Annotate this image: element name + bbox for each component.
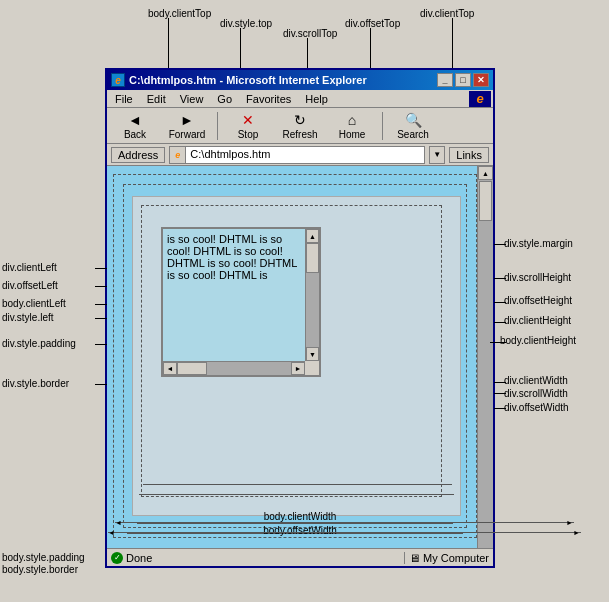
refresh-button[interactable]: ↻ Refresh — [276, 110, 324, 142]
rline-1 — [494, 244, 506, 245]
status-done: ✓ Done — [111, 552, 152, 564]
inner-hline-1 — [143, 484, 452, 485]
close-button[interactable]: ✕ — [473, 73, 489, 87]
rline-3 — [494, 302, 506, 303]
content-hline-1 — [137, 523, 453, 524]
stop-icon: ✕ — [242, 112, 254, 128]
rline-7 — [494, 393, 506, 394]
bline-client-width — [115, 522, 574, 523]
label-body-client-left: body.clientLeft — [2, 298, 66, 309]
arrow-ow-right: ► — [573, 529, 580, 536]
label-body-style-border: body.style.border — [2, 564, 78, 575]
rline-5 — [490, 342, 506, 343]
title-bar-buttons: _ □ ✕ — [437, 73, 489, 87]
back-button[interactable]: ◄ Back — [111, 110, 159, 142]
address-dropdown[interactable]: ▼ — [429, 146, 445, 164]
back-label: Back — [124, 129, 146, 140]
scroll-corner — [305, 361, 319, 375]
label-div-style-border: div.style.border — [2, 378, 69, 389]
menu-edit[interactable]: Edit — [141, 92, 172, 106]
forward-icon: ► — [180, 112, 194, 128]
label-div-scroll-width: div.scrollWidth — [504, 388, 568, 399]
main-vscrollbar[interactable]: ▲ ▼ — [477, 166, 493, 566]
lline-6 — [95, 384, 107, 385]
lline-1 — [95, 268, 107, 269]
address-label: Address — [111, 147, 165, 163]
forward-button[interactable]: ► Forward — [163, 110, 211, 142]
label-div-offset-left: div.offsetLeft — [2, 280, 58, 291]
rline-2 — [494, 278, 506, 279]
menu-view[interactable]: View — [174, 92, 210, 106]
menu-go[interactable]: Go — [211, 92, 238, 106]
menu-help[interactable]: Help — [299, 92, 334, 106]
toolbar-separator-2 — [382, 112, 383, 140]
margin-area: is so cool! DHTML is so cool! DHTML is s… — [132, 196, 461, 516]
main-scroll-thumb[interactable] — [479, 181, 492, 221]
scroll-div[interactable]: is so cool! DHTML is so cool! DHTML is s… — [161, 227, 321, 377]
search-button[interactable]: 🔍 Search — [389, 110, 437, 142]
stop-button[interactable]: ✕ Stop — [224, 110, 272, 142]
label-div-style-padding: div.style.padding — [2, 338, 76, 349]
scroll-up-arrow[interactable]: ▲ — [306, 229, 319, 243]
lline-3 — [95, 304, 107, 305]
status-computer: 🖥 My Computer — [404, 552, 489, 564]
stop-label: Stop — [238, 129, 259, 140]
label-div-offset-height: div.offsetHeight — [504, 295, 572, 306]
label-div-style-top: div.style.top — [220, 18, 272, 29]
links-button[interactable]: Links — [449, 147, 489, 163]
address-bar: Address e C:\dhtmlpos.htm ▼ Links — [107, 144, 493, 166]
label-div-client-height: div.clientHeight — [504, 315, 571, 326]
label-div-style-left: div.style.left — [2, 312, 54, 323]
scroll-content: is so cool! DHTML is so cool! DHTML is s… — [163, 229, 305, 285]
address-field[interactable]: e C:\dhtmlpos.htm — [169, 146, 425, 164]
bline-offset-width — [108, 532, 581, 533]
title-bar: e C:\dhtmlpos.htm - Microsoft Internet E… — [107, 70, 493, 90]
scroll-hbar[interactable]: ◄ ► — [163, 361, 305, 375]
done-icon: ✓ — [111, 552, 123, 564]
address-page-icon: e — [170, 147, 186, 163]
maximize-button[interactable]: □ — [455, 73, 471, 87]
inner-hline-2 — [139, 494, 454, 495]
home-button[interactable]: ⌂ Home — [328, 110, 376, 142]
rline-4 — [494, 322, 506, 323]
label-div-client-left: div.clientLeft — [2, 262, 57, 273]
search-label: Search — [397, 129, 429, 140]
arrow-cw-left: ◄ — [115, 519, 122, 526]
body-client-width-label: body.clientWidth — [264, 511, 337, 522]
title-bar-text: C:\dhtmlpos.htm - Microsoft Internet Exp… — [129, 74, 437, 86]
scroll-down-arrow[interactable]: ▼ — [306, 347, 319, 361]
rline-6 — [494, 382, 506, 383]
label-div-offset-top: div.offsetTop — [345, 18, 400, 29]
scroll-right-arrow[interactable]: ► — [291, 362, 305, 375]
scroll-vbar[interactable]: ▲ ▼ — [305, 229, 319, 361]
scroll-left-arrow[interactable]: ◄ — [163, 362, 177, 375]
menu-file[interactable]: File — [109, 92, 139, 106]
scroll-thumb[interactable] — [306, 243, 319, 273]
ie-logo: e — [469, 91, 491, 107]
label-div-style-margin: div.style.margin — [504, 238, 573, 249]
label-body-style-padding: body.style.padding — [2, 552, 85, 563]
scroll-track — [306, 243, 319, 347]
minimize-button[interactable]: _ — [437, 73, 453, 87]
label-div-scroll-top: div.scrollTop — [283, 28, 337, 39]
address-value: C:\dhtmlpos.htm — [186, 147, 274, 163]
toolbar-separator-1 — [217, 112, 218, 140]
scroll-hthumb[interactable] — [177, 362, 207, 375]
browser-window: e C:\dhtmlpos.htm - Microsoft Internet E… — [105, 68, 495, 568]
refresh-label: Refresh — [282, 129, 317, 140]
scroll-htrack — [177, 362, 291, 375]
back-icon: ◄ — [128, 112, 142, 128]
refresh-icon: ↻ — [294, 112, 306, 128]
content-area: is so cool! DHTML is so cool! DHTML is s… — [107, 166, 493, 566]
scroll-text: is so cool! DHTML is so cool! DHTML is s… — [167, 233, 297, 281]
vline-div-style-top — [240, 28, 241, 70]
forward-label: Forward — [169, 129, 206, 140]
lline-5 — [95, 344, 107, 345]
lline-2 — [95, 286, 107, 287]
main-scroll-up[interactable]: ▲ — [478, 166, 493, 180]
main-scroll-track — [478, 180, 493, 552]
menu-favorites[interactable]: Favorites — [240, 92, 297, 106]
vline-div-scroll-top — [307, 38, 308, 70]
arrow-cw-right: ► — [566, 519, 573, 526]
computer-label: My Computer — [423, 552, 489, 564]
